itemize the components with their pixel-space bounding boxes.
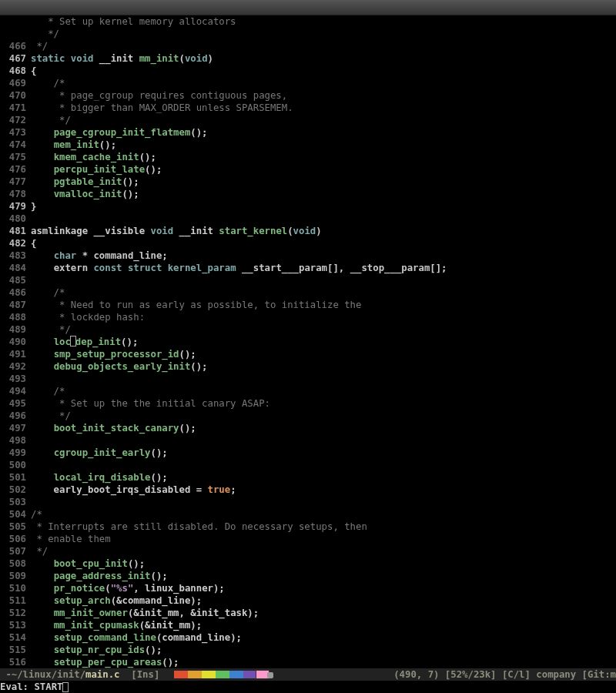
code-line[interactable]: 516 setup_per_cpu_areas(); [0, 656, 616, 668]
code-content[interactable]: */ [31, 545, 616, 557]
code-line[interactable]: 480 [0, 213, 616, 225]
code-line[interactable]: 490 locdep_init(); [0, 336, 616, 348]
code-content[interactable]: { [31, 237, 616, 249]
code-line[interactable]: * Set up kernel memory allocators [0, 15, 616, 28]
code-content[interactable]: setup_nr_cpu_ids(); [31, 644, 616, 656]
code-content[interactable]: pgtable_init(); [31, 176, 616, 188]
code-content[interactable]: * lockdep hash: [31, 311, 616, 323]
code-line[interactable]: 497 boot_init_stack_canary(); [0, 422, 616, 434]
code-content[interactable]: */ [31, 114, 616, 126]
code-content[interactable]: page_cgroup_init_flatmem(); [31, 126, 616, 139]
code-content[interactable]: debug_objects_early_init(); [31, 360, 616, 373]
code-content[interactable]: { [31, 65, 616, 77]
code-content[interactable]: * Interrupts are still disabled. Do nece… [31, 521, 616, 533]
code-line[interactable]: 466 */ [0, 40, 616, 52]
code-content[interactable]: cgroup_init_early(); [31, 447, 616, 459]
code-content[interactable]: */ [31, 323, 616, 336]
code-line[interactable]: 501 local_irq_disable(); [0, 471, 616, 484]
code-line[interactable]: 486 /* [0, 286, 616, 299]
code-content[interactable]: setup_command_line(command_line); [31, 631, 616, 644]
code-content[interactable]: /* [31, 286, 616, 299]
code-line[interactable]: 498 [0, 434, 616, 447]
code-content[interactable] [31, 373, 616, 385]
code-content[interactable]: */ [31, 28, 616, 40]
code-content[interactable]: early_boot_irqs_disabled = true; [31, 484, 616, 496]
code-line[interactable]: 484 extern const struct kernel_param __s… [0, 262, 616, 274]
code-content[interactable]: asmlinkage __visible void __init start_k… [31, 225, 616, 237]
code-line[interactable]: 474 mem_init(); [0, 139, 616, 151]
code-line[interactable]: 503 [0, 496, 616, 508]
code-line[interactable]: 476 percpu_init_late(); [0, 163, 616, 176]
code-content[interactable]: kmem_cache_init(); [31, 151, 616, 163]
code-content[interactable]: pr_notice("%s", linux_banner); [31, 582, 616, 594]
code-line[interactable]: 489 */ [0, 323, 616, 336]
code-content[interactable]: */ [31, 410, 616, 422]
code-content[interactable]: char * command_line; [31, 249, 616, 262]
code-content[interactable]: */ [31, 40, 616, 52]
code-content[interactable]: /* [31, 385, 616, 397]
code-line[interactable]: 504/* [0, 508, 616, 521]
code-line[interactable]: 491 smp_setup_processor_id(); [0, 348, 616, 360]
code-line[interactable]: 469 /* [0, 77, 616, 89]
code-line[interactable]: 495 * Set up the the initial canary ASAP… [0, 397, 616, 410]
code-content[interactable]: mem_init(); [31, 139, 616, 151]
code-line[interactable]: 473 page_cgroup_init_flatmem(); [0, 126, 616, 139]
code-content[interactable]: * bigger than MAX_ORDER unless SPARSEMEM… [31, 102, 616, 114]
code-content[interactable]: * enable them [31, 533, 616, 545]
code-content[interactable] [31, 496, 616, 508]
code-content[interactable]: local_irq_disable(); [31, 471, 616, 484]
code-content[interactable]: boot_init_stack_canary(); [31, 422, 616, 434]
code-content[interactable]: * Set up kernel memory allocators [31, 15, 616, 28]
code-line[interactable]: 505 * Interrupts are still disabled. Do … [0, 521, 616, 533]
code-content[interactable]: setup_per_cpu_areas(); [31, 656, 616, 668]
code-line[interactable]: 513 mm_init_cpumask(&init_mm); [0, 619, 616, 631]
code-content[interactable]: locdep_init(); [31, 336, 616, 348]
window-titlebar[interactable] [0, 0, 616, 15]
code-content[interactable]: static void __init mm_init(void) [31, 52, 616, 65]
code-line[interactable]: 475 kmem_cache_init(); [0, 151, 616, 163]
code-line[interactable]: 488 * lockdep hash: [0, 311, 616, 323]
code-line[interactable]: 482{ [0, 237, 616, 249]
code-line[interactable]: 510 pr_notice("%s", linux_banner); [0, 582, 616, 594]
code-line[interactable]: 500 [0, 459, 616, 471]
code-line[interactable]: 493 [0, 373, 616, 385]
code-line[interactable]: 487 * Need to run as early as possible, … [0, 299, 616, 311]
code-content[interactable]: percpu_init_late(); [31, 163, 616, 176]
code-line[interactable]: 514 setup_command_line(command_line); [0, 631, 616, 644]
code-content[interactable]: } [31, 200, 616, 213]
code-line[interactable]: 511 setup_arch(&command_line); [0, 594, 616, 607]
code-content[interactable]: setup_arch(&command_line); [31, 594, 616, 607]
code-line[interactable]: 492 debug_objects_early_init(); [0, 360, 616, 373]
code-content[interactable] [31, 459, 616, 471]
code-content[interactable]: boot_cpu_init(); [31, 557, 616, 570]
code-line[interactable]: */ [0, 28, 616, 40]
code-content[interactable]: * Need to run as early as possible, to i… [31, 299, 616, 311]
minibuffer-input[interactable]: START [34, 681, 62, 693]
code-line[interactable]: 468{ [0, 65, 616, 77]
code-line[interactable]: 483 char * command_line; [0, 249, 616, 262]
code-content[interactable]: * Set up the the initial canary ASAP: [31, 397, 616, 410]
code-line[interactable]: 478 vmalloc_init(); [0, 188, 616, 200]
code-line[interactable]: 479} [0, 200, 616, 213]
code-line[interactable]: 481asmlinkage __visible void __init star… [0, 225, 616, 237]
code-content[interactable]: extern const struct kernel_param __start… [31, 262, 616, 274]
code-content[interactable] [31, 434, 616, 447]
code-content[interactable]: mm_init_cpumask(&init_mm); [31, 619, 616, 631]
code-line[interactable]: 509 page_address_init(); [0, 570, 616, 582]
code-line[interactable]: 494 /* [0, 385, 616, 397]
code-line[interactable]: 515 setup_nr_cpu_ids(); [0, 644, 616, 656]
code-content[interactable] [31, 274, 616, 286]
code-content[interactable]: /* [31, 77, 616, 89]
code-line[interactable]: 499 cgroup_init_early(); [0, 447, 616, 459]
code-line[interactable]: 502 early_boot_irqs_disabled = true; [0, 484, 616, 496]
code-line[interactable]: 485 [0, 274, 616, 286]
code-editor[interactable]: * Set up kernel memory allocators */466 … [0, 15, 616, 681]
minibuffer[interactable]: Eval: START [0, 681, 616, 693]
code-line[interactable]: 477 pgtable_init(); [0, 176, 616, 188]
code-line[interactable]: 467static void __init mm_init(void) [0, 52, 616, 65]
code-line[interactable]: 506 * enable them [0, 533, 616, 545]
code-content[interactable]: smp_setup_processor_id(); [31, 348, 616, 360]
code-line[interactable]: 496 */ [0, 410, 616, 422]
code-line[interactable]: 471 * bigger than MAX_ORDER unless SPARS… [0, 102, 616, 114]
code-content[interactable]: page_address_init(); [31, 570, 616, 582]
